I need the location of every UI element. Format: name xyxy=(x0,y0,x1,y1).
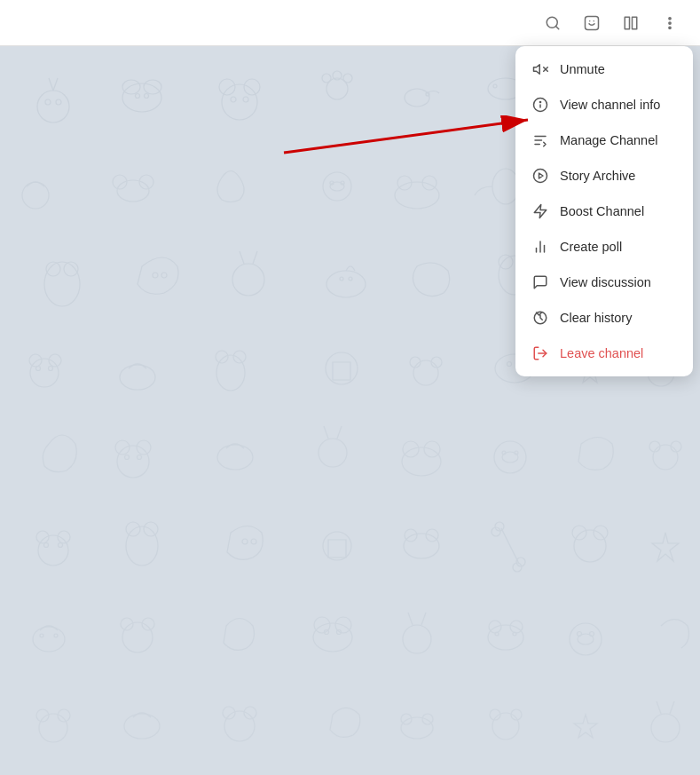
svg-line-138 xyxy=(421,613,426,625)
menu-label-view-discussion: View discussion xyxy=(560,275,651,289)
svg-point-66 xyxy=(29,354,42,367)
svg-line-116 xyxy=(501,528,519,564)
svg-point-172 xyxy=(669,17,671,19)
menu-item-unmute[interactable]: Unmute xyxy=(515,51,693,87)
svg-point-139 xyxy=(488,625,523,650)
menu-item-boost-channel[interactable]: Boost Channel xyxy=(515,194,693,229)
emoticons-button[interactable] xyxy=(576,7,608,39)
search-button[interactable] xyxy=(537,7,569,39)
svg-marker-161 xyxy=(574,715,597,738)
manage-icon xyxy=(531,131,549,149)
menu-label-unmute: Unmute xyxy=(560,62,605,76)
svg-point-9 xyxy=(145,94,149,99)
svg-line-1 xyxy=(49,78,53,91)
clear-icon xyxy=(531,309,549,327)
svg-line-166 xyxy=(555,26,558,28)
svg-point-70 xyxy=(120,365,155,390)
menu-item-story-archive[interactable]: Story Archive xyxy=(515,158,693,194)
menu-item-create-poll[interactable]: Create poll xyxy=(515,229,693,265)
svg-point-107 xyxy=(126,526,158,565)
svg-point-126 xyxy=(40,634,43,637)
svg-point-56 xyxy=(499,255,513,269)
svg-point-127 xyxy=(54,634,58,637)
svg-point-30 xyxy=(117,180,149,202)
svg-line-164 xyxy=(670,701,674,714)
svg-line-163 xyxy=(657,701,661,714)
svg-rect-170 xyxy=(625,17,629,29)
discussion-icon xyxy=(531,273,549,291)
svg-point-22 xyxy=(493,84,497,88)
svg-point-3 xyxy=(45,99,51,105)
menu-label-create-poll: Create poll xyxy=(560,240,622,254)
svg-point-121 xyxy=(574,530,606,562)
svg-point-86 xyxy=(125,455,130,460)
svg-point-181 xyxy=(539,101,540,102)
svg-point-72 xyxy=(216,351,228,363)
svg-point-113 xyxy=(404,534,439,558)
svg-point-123 xyxy=(594,526,608,540)
info-icon xyxy=(531,96,549,114)
menu-item-view-channel-info[interactable]: View channel info xyxy=(515,87,693,123)
svg-point-152 xyxy=(224,711,255,741)
menu-item-clear-history[interactable]: Clear history xyxy=(515,300,693,336)
more-button[interactable] xyxy=(654,7,686,39)
svg-line-137 xyxy=(408,613,413,625)
menu-item-leave-channel[interactable]: Leave channel xyxy=(515,336,693,371)
svg-point-151 xyxy=(124,714,160,739)
svg-rect-171 xyxy=(633,17,637,29)
svg-point-71 xyxy=(216,355,245,391)
svg-point-75 xyxy=(413,360,438,385)
svg-point-83 xyxy=(117,446,149,478)
svg-point-69 xyxy=(49,367,53,371)
menu-label-leave-channel: Leave channel xyxy=(560,346,643,360)
svg-point-65 xyxy=(30,359,59,387)
svg-point-7 xyxy=(144,80,161,94)
menu-label-story-archive: Story Archive xyxy=(560,169,635,183)
search-icon xyxy=(545,15,561,31)
svg-point-114 xyxy=(405,529,417,542)
svg-line-50 xyxy=(240,251,244,264)
svg-point-33 xyxy=(323,172,351,201)
svg-point-49 xyxy=(232,264,264,296)
menu-item-manage-channel[interactable]: Manage Channel xyxy=(515,123,693,158)
svg-marker-175 xyxy=(534,65,540,75)
svg-point-68 xyxy=(36,367,41,371)
menu-label-clear-history: Clear history xyxy=(560,311,632,325)
svg-line-91 xyxy=(337,426,342,439)
svg-point-174 xyxy=(669,27,671,28)
svg-point-19 xyxy=(405,89,429,107)
svg-point-46 xyxy=(64,262,78,276)
svg-point-5 xyxy=(122,83,161,112)
svg-point-148 xyxy=(39,714,67,742)
svg-marker-124 xyxy=(652,533,679,561)
menu-item-view-discussion[interactable]: View discussion xyxy=(515,265,693,300)
svg-point-99 xyxy=(653,445,678,470)
layout-button[interactable] xyxy=(615,7,647,39)
svg-point-102 xyxy=(38,535,68,565)
svg-point-73 xyxy=(233,351,246,363)
svg-point-4 xyxy=(56,99,61,105)
svg-point-185 xyxy=(534,170,547,183)
svg-point-142 xyxy=(495,632,499,636)
svg-point-6 xyxy=(122,80,140,94)
svg-point-110 xyxy=(242,539,248,544)
menu-label-boost-channel: Boost Channel xyxy=(560,204,644,218)
svg-point-34 xyxy=(330,182,344,191)
svg-point-8 xyxy=(136,94,140,99)
svg-point-0 xyxy=(37,91,69,123)
unmute-icon xyxy=(531,60,549,78)
svg-point-47 xyxy=(153,273,158,278)
svg-point-128 xyxy=(122,622,153,652)
header-bar xyxy=(0,0,700,46)
context-menu: Unmute View channel info Manage Channel xyxy=(515,46,693,376)
svg-point-136 xyxy=(403,625,431,653)
svg-point-87 xyxy=(138,455,142,460)
svg-marker-187 xyxy=(534,205,547,218)
svg-point-143 xyxy=(513,632,516,636)
poll-icon xyxy=(531,238,549,256)
svg-point-11 xyxy=(219,79,235,95)
svg-point-111 xyxy=(251,539,256,544)
svg-line-51 xyxy=(253,251,257,264)
svg-point-95 xyxy=(494,441,526,473)
menu-label-view-channel-info: View channel info xyxy=(560,98,660,112)
